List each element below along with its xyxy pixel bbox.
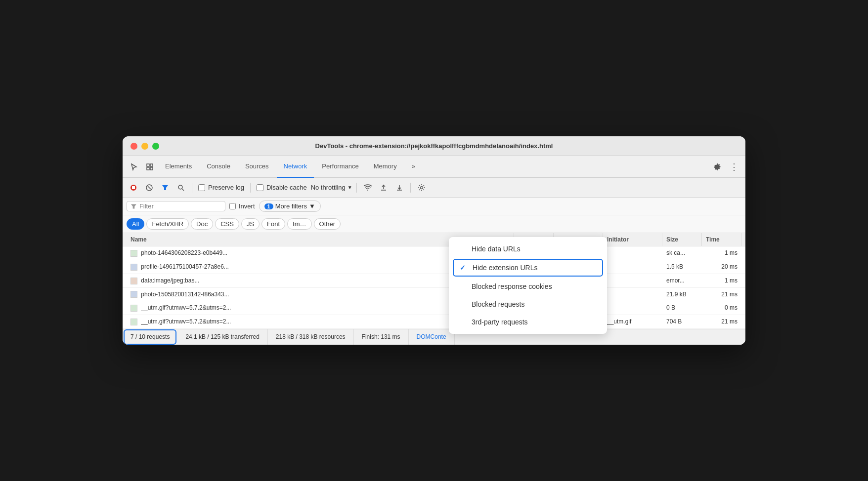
- svg-rect-0: [147, 164, 149, 166]
- cell-size: emor...: [662, 274, 702, 287]
- header-time: Time: [702, 233, 741, 246]
- table-row[interactable]: photo-1464306208223-e0b449... 200 sk ca.…: [123, 246, 745, 260]
- network-settings-btn[interactable]: [415, 181, 429, 195]
- disable-cache-label[interactable]: Disable cache: [255, 184, 309, 191]
- type-tab-other[interactable]: Other: [314, 218, 341, 230]
- cell-initiator: [603, 288, 662, 301]
- devtools-window: DevTools - chrome-extension://pejkokffka…: [123, 136, 745, 345]
- download-icon: [396, 184, 403, 191]
- file-icon: [130, 291, 137, 298]
- import-btn[interactable]: [377, 181, 391, 195]
- cell-time: 1 ms: [702, 274, 741, 287]
- export-btn[interactable]: [392, 181, 406, 195]
- cell-initiator: [603, 246, 662, 260]
- file-icon: [130, 278, 137, 284]
- svg-marker-14: [131, 204, 136, 208]
- preserve-log-checkbox[interactable]: [198, 184, 205, 191]
- filter-icon: [162, 184, 169, 191]
- filter-hide-extension-urls[interactable]: ✓ Hide extension URLs: [453, 259, 603, 277]
- svg-rect-2: [147, 167, 149, 170]
- preserve-log-label[interactable]: Preserve log: [196, 184, 246, 191]
- tab-console[interactable]: Console: [200, 156, 237, 178]
- tab-elements[interactable]: Elements: [158, 156, 199, 178]
- table-row[interactable]: __utm.gif?utmwv=5.7.2&utms=2... 200 gif …: [123, 315, 745, 329]
- filter-3rd-party-requests[interactable]: 3rd-party requests: [449, 313, 607, 331]
- filter-icon-btn[interactable]: [158, 181, 172, 195]
- wifi-icon: [363, 184, 372, 191]
- throttle-control: No throttling ▼: [311, 184, 352, 191]
- filter-blocked-requests[interactable]: Blocked requests: [449, 295, 607, 313]
- tab-sources[interactable]: Sources: [238, 156, 276, 178]
- cursor-icon-btn[interactable]: [127, 160, 141, 174]
- svg-line-7: [148, 186, 151, 189]
- tab-performance[interactable]: Performance: [315, 156, 365, 178]
- type-tabs-bar: All Fetch/XHR Doc CSS JS Font Im… Other …: [123, 215, 745, 233]
- tab-more[interactable]: »: [405, 156, 422, 178]
- type-tab-font[interactable]: Font: [261, 218, 285, 230]
- cell-size: 1.5 kB: [662, 260, 702, 274]
- status-transferred: 24.1 kB / 125 kB transferred: [177, 329, 267, 345]
- type-tab-all[interactable]: All: [127, 218, 144, 230]
- maximize-button[interactable]: [152, 143, 159, 150]
- close-button[interactable]: [130, 143, 137, 150]
- filter-blocked-response-cookies[interactable]: Blocked response cookies: [449, 278, 607, 295]
- cell-size: 0 B: [662, 301, 702, 315]
- file-icon: [130, 264, 137, 271]
- clear-btn[interactable]: [142, 181, 156, 195]
- type-tab-img[interactable]: Im…: [287, 218, 311, 230]
- table-row[interactable]: profile-1496175100457-27a8e6... 200 1.5 …: [123, 260, 745, 274]
- invert-label[interactable]: Invert: [229, 202, 255, 210]
- status-resources: 218 kB / 318 kB resources: [268, 329, 354, 345]
- cursor-icon: [130, 163, 138, 171]
- throttle-dropdown-arrow[interactable]: ▼: [347, 185, 352, 190]
- filter-hide-data-urls[interactable]: Hide data URLs: [449, 240, 607, 258]
- more-filters-label: More filters: [275, 202, 307, 210]
- invert-checkbox[interactable]: [229, 203, 236, 209]
- toolbar-divider-1: [192, 183, 192, 193]
- type-tab-doc[interactable]: Doc: [191, 218, 213, 230]
- type-tab-fetchxhr[interactable]: Fetch/XHR: [146, 218, 189, 230]
- throttling-label: No throttling: [311, 184, 346, 191]
- more-filters-btn[interactable]: 1 More filters ▼: [259, 200, 321, 212]
- header-initiator: Initiator: [603, 233, 662, 246]
- more-options-icon-btn[interactable]: ⋮: [727, 160, 741, 174]
- table-row[interactable]: data:image/jpeg;bas... 200 emor... 1 ms: [123, 274, 745, 288]
- title-bar: DevTools - chrome-extension://pejkokffka…: [123, 136, 745, 156]
- toolbar-divider-3: [356, 183, 357, 193]
- upload-icon: [380, 184, 387, 191]
- tab-memory[interactable]: Memory: [367, 156, 404, 178]
- status-requests: 7 / 10 requests: [124, 329, 176, 345]
- gear-icon: [713, 163, 721, 171]
- type-tab-css[interactable]: CSS: [215, 218, 239, 230]
- cell-initiator: [603, 260, 662, 274]
- file-icon: [130, 250, 137, 257]
- disable-cache-checkbox[interactable]: [257, 184, 263, 191]
- network-conditions-btn[interactable]: [361, 181, 375, 195]
- svg-line-10: [182, 189, 184, 191]
- svg-rect-1: [150, 164, 153, 166]
- nav-bar: Elements Console Sources Network Perform…: [123, 156, 745, 178]
- header-size: Size: [662, 233, 702, 246]
- status-domcontent: DOMConte: [409, 329, 455, 345]
- type-tab-js[interactable]: JS: [241, 218, 260, 230]
- cell-time: 20 ms: [702, 260, 741, 274]
- svg-point-9: [178, 185, 182, 189]
- table-row[interactable]: __utm.gif?utmwv=5.7.2&utms=2... 307 0 B …: [123, 301, 745, 315]
- tab-network[interactable]: Network: [277, 156, 314, 178]
- search-icon-btn[interactable]: [174, 181, 188, 195]
- devtools-body: Elements Console Sources Network Perform…: [123, 156, 745, 345]
- cell-time: 21 ms: [702, 288, 741, 301]
- filter-input[interactable]: [139, 202, 221, 210]
- settings-icon-btn[interactable]: [710, 160, 725, 174]
- inspect-icon-btn[interactable]: [142, 160, 157, 174]
- window-title: DevTools - chrome-extension://pejkokffka…: [315, 142, 553, 150]
- toolbar-divider-2: [250, 183, 251, 193]
- table-row[interactable]: photo-1505820013142-f86a343... 200 21.9 …: [123, 288, 745, 302]
- more-filters-chevron-icon: ▼: [309, 202, 315, 210]
- toolbar-divider-4: [410, 183, 411, 193]
- status-bar: 7 / 10 requests 24.1 kB / 125 kB transfe…: [123, 329, 745, 345]
- minimize-button[interactable]: [141, 143, 148, 150]
- inspect-icon: [146, 163, 154, 171]
- stop-recording-btn[interactable]: [127, 181, 140, 195]
- toolbar: Preserve log Disable cache No throttling…: [123, 178, 745, 198]
